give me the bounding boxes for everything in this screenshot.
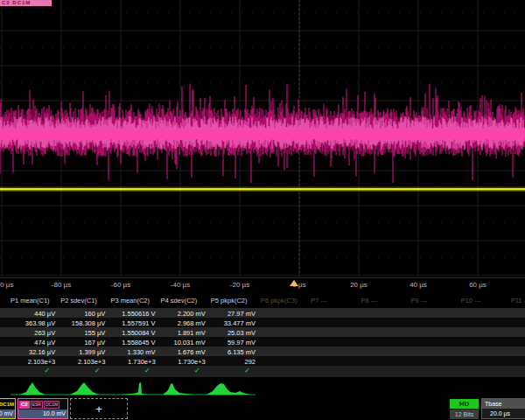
axis-tick-label: 60 µs bbox=[469, 281, 486, 289]
param-mean: 158.308 µV bbox=[59, 319, 105, 327]
channel-c1-descriptor[interactable]: DC1M 10.0 mV bbox=[0, 398, 16, 419]
timebase-descriptor[interactable]: Tbase 20.0 µs bbox=[481, 398, 525, 419]
param-max: 474 µV bbox=[9, 339, 55, 346]
param-status-check: ✓ bbox=[9, 367, 50, 374]
param-value: 1.550616 V bbox=[108, 310, 155, 318]
param-header[interactable]: P8 --- bbox=[360, 297, 377, 304]
param-header[interactable]: P1 mean(C1) bbox=[10, 297, 50, 304]
param-min: 263 µV bbox=[9, 329, 55, 337]
param-header[interactable]: P11 --- bbox=[511, 297, 525, 304]
axis-tick-label: 0 µs bbox=[292, 281, 305, 289]
histicon-shape bbox=[121, 382, 147, 395]
param-header[interactable]: P10 --- bbox=[461, 297, 481, 304]
param-header[interactable]: P5 pkpk(C2) bbox=[211, 297, 248, 304]
param-mean: 33.477 mV bbox=[209, 319, 256, 327]
param-mean: 363.98 µV bbox=[9, 319, 55, 327]
param-min: 25.03 mV bbox=[209, 329, 256, 337]
param-value: 440 µV bbox=[9, 310, 55, 318]
param-num: 1.730e+3 bbox=[108, 358, 155, 366]
param-sdev: 32.16 µV bbox=[9, 348, 55, 356]
c2-coupling-badge: DC1M bbox=[44, 401, 60, 409]
oscilloscope-screen: C2 DC1M -100 µs-80 µs-60 µs-40 µs-20 µs0… bbox=[0, 0, 525, 420]
param-sdev: 1.399 µV bbox=[59, 348, 105, 356]
c2-volts-per-div: 10.0 mV bbox=[18, 410, 67, 418]
param-status-check: ✓ bbox=[159, 367, 200, 374]
plus-icon: + bbox=[95, 402, 102, 416]
waveform-canvas bbox=[0, 0, 525, 277]
param-status-check: ✓ bbox=[209, 367, 250, 374]
param-max: 167 µV bbox=[59, 339, 105, 346]
param-num: 2.103e+3 bbox=[59, 358, 105, 366]
param-status-check: ✓ bbox=[108, 367, 150, 374]
axis-tick-label: -80 µs bbox=[52, 281, 71, 289]
param-mean: 1.557591 V bbox=[108, 319, 155, 327]
param-header[interactable]: P9 --- bbox=[411, 297, 428, 304]
axis-tick-label: 40 µs bbox=[410, 281, 427, 289]
param-header[interactable]: P4 sdev(C2) bbox=[161, 297, 198, 304]
param-min: 155 µV bbox=[59, 329, 105, 337]
param-sdev: 6.135 mV bbox=[209, 348, 256, 356]
param-status-check: ✓ bbox=[59, 367, 100, 374]
waveform-grid[interactable]: C2 DC1M bbox=[0, 0, 525, 277]
axis-tick-label: -100 µs bbox=[0, 281, 13, 289]
axis-tick-label: -20 µs bbox=[230, 281, 249, 289]
hd-mode-badge[interactable]: HD bbox=[450, 399, 479, 409]
axis-tick-label: -40 µs bbox=[171, 281, 190, 289]
param-min: 1.891 mV bbox=[159, 329, 206, 337]
histicon-row bbox=[0, 377, 525, 398]
param-header[interactable]: P2 sdev(C1) bbox=[60, 297, 97, 304]
c1-coupling-badge: DC1M bbox=[0, 402, 14, 407]
timebase-title: Tbase bbox=[482, 399, 525, 409]
timebase-value: 20.0 µs bbox=[482, 409, 525, 418]
param-header[interactable]: P3 mean(C2) bbox=[110, 297, 150, 304]
param-sdev: 1.676 mV bbox=[159, 348, 206, 356]
histicon-shape bbox=[206, 383, 250, 395]
histicon-canvas bbox=[0, 377, 525, 398]
param-num: 1.730e+3 bbox=[159, 358, 206, 366]
axis-tick-label: -60 µs bbox=[111, 281, 130, 289]
histicon-shape bbox=[19, 382, 46, 395]
channel-c2-descriptor[interactable]: C2 ESR DC1M 10.0 mV bbox=[18, 398, 68, 419]
time-axis: -100 µs-80 µs-60 µs-40 µs-20 µs0 µs20 µs… bbox=[0, 277, 525, 295]
c2-channel-badge: C2 bbox=[19, 401, 30, 409]
bit-depth-label: 12 Bits bbox=[450, 410, 479, 419]
add-trace-slot[interactable]: + bbox=[70, 398, 128, 419]
param-value: 160 µV bbox=[59, 310, 105, 318]
param-sdev: 1.330 mV bbox=[108, 348, 155, 356]
param-num: 2.103e+3 bbox=[9, 358, 55, 366]
param-num: 292 bbox=[209, 358, 256, 366]
c2-esr-badge: ESR bbox=[31, 401, 43, 409]
active-trace-badge: C2 DC1M bbox=[0, 0, 52, 6]
param-max: 59.97 mV bbox=[209, 339, 256, 346]
c1-volts-per-div: 10.0 mV bbox=[0, 410, 15, 418]
param-value: 27.97 mV bbox=[209, 310, 256, 318]
histicon-shape bbox=[163, 383, 193, 395]
param-min: 1.550084 V bbox=[108, 329, 155, 337]
param-header[interactable]: P7 --- bbox=[311, 297, 327, 304]
param-mean: 2.968 mV bbox=[159, 319, 206, 327]
param-max: 10.031 mV bbox=[159, 339, 206, 346]
measurement-table: P1 mean(C1)440 µV363.98 µV263 µV474 µV32… bbox=[0, 294, 525, 377]
axis-tick-label: 20 µs bbox=[350, 281, 368, 289]
param-value: 2.200 mV bbox=[159, 310, 206, 318]
histicon-shape bbox=[70, 382, 99, 395]
param-max: 1.558645 V bbox=[108, 339, 155, 346]
param-header[interactable]: P6 pkpk(C3) bbox=[261, 297, 298, 304]
descriptor-bar: DC1M 10.0 mV C2 ESR DC1M 10.0 mV + HD 12… bbox=[0, 398, 525, 420]
